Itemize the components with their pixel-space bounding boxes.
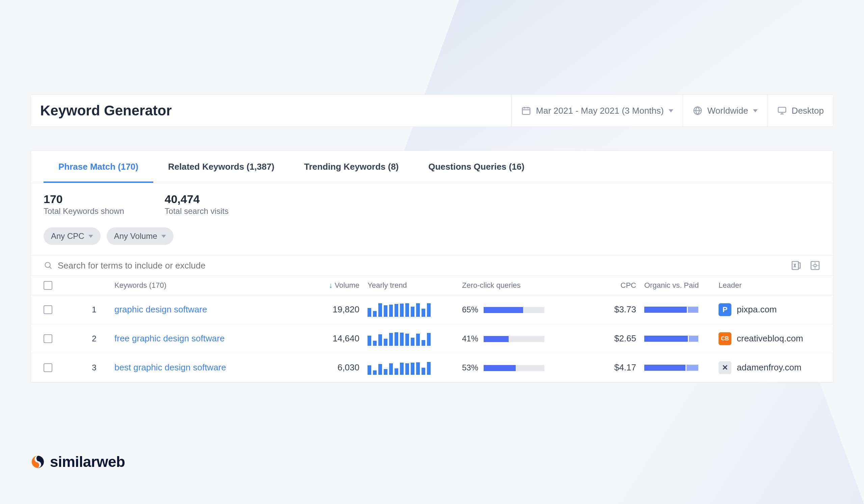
device-text: Desktop bbox=[792, 106, 824, 116]
total-keywords-value: 170 bbox=[44, 193, 124, 206]
date-range-text: Mar 2021 - May 2021 (3 Months) bbox=[536, 106, 664, 116]
row-checkbox[interactable] bbox=[44, 305, 52, 314]
volume-value: 19,820 bbox=[297, 304, 368, 315]
svg-point-3 bbox=[45, 262, 50, 268]
leader-cell[interactable]: CBcreativebloq.com bbox=[719, 332, 816, 345]
cpc-value: $2.65 bbox=[577, 333, 644, 344]
zeroclick-cell: 65% bbox=[462, 304, 577, 315]
sparkline bbox=[368, 303, 462, 317]
date-range-selector[interactable]: Mar 2021 - May 2021 (3 Months) bbox=[511, 95, 683, 126]
filters-row: Any CPC Any Volume bbox=[31, 228, 833, 255]
col-leader[interactable]: Leader bbox=[719, 281, 816, 290]
col-zeroclick[interactable]: Zero-click queries bbox=[462, 281, 577, 290]
caret-down-icon bbox=[753, 109, 758, 112]
volume-value: 6,030 bbox=[297, 362, 368, 373]
results-panel: Phrase Match (170)Related Keywords (1,38… bbox=[31, 150, 833, 383]
page-title: Keyword Generator bbox=[31, 102, 511, 119]
table-row: 2free graphic design software14,64041%$2… bbox=[31, 324, 833, 353]
search-icon bbox=[44, 261, 53, 270]
decorative-gradient bbox=[511, 369, 864, 504]
region-selector[interactable]: Worldwide bbox=[683, 95, 767, 126]
tab-0[interactable]: Phrase Match (170) bbox=[44, 151, 153, 183]
settings-icon[interactable] bbox=[810, 260, 820, 271]
caret-down-icon bbox=[88, 235, 93, 238]
region-text: Worldwide bbox=[707, 106, 748, 116]
similarweb-logo-icon bbox=[31, 454, 45, 469]
export-excel-icon[interactable] bbox=[791, 260, 802, 271]
svg-rect-2 bbox=[778, 107, 786, 112]
col-ovp[interactable]: Organic vs. Paid bbox=[644, 281, 719, 290]
leader-domain: pixpa.com bbox=[737, 304, 777, 315]
calendar-icon bbox=[521, 106, 531, 116]
leader-domain: creativebloq.com bbox=[737, 333, 803, 344]
col-keywords[interactable]: Keywords (170) bbox=[115, 281, 297, 290]
header-bar: Keyword Generator Mar 2021 - May 2021 (3… bbox=[31, 95, 833, 127]
volume-value: 14,640 bbox=[297, 333, 368, 344]
organic-paid-bar bbox=[644, 336, 719, 342]
desktop-icon bbox=[777, 106, 787, 116]
cpc-value: $4.17 bbox=[577, 362, 644, 373]
tab-2[interactable]: Trending Keywords (8) bbox=[289, 151, 413, 183]
row-index: 3 bbox=[74, 363, 115, 372]
organic-paid-bar bbox=[644, 365, 719, 371]
sparkline bbox=[368, 332, 462, 346]
table-row: 1graphic design software19,82065%$3.73Pp… bbox=[31, 295, 833, 324]
keyword-link[interactable]: best graphic design software bbox=[115, 362, 297, 373]
caret-down-icon bbox=[669, 109, 673, 112]
search-row bbox=[31, 255, 833, 275]
tabs: Phrase Match (170)Related Keywords (1,38… bbox=[31, 151, 833, 183]
leader-cell[interactable]: ✕adamenfroy.com bbox=[719, 361, 816, 374]
leader-domain: adamenfroy.com bbox=[737, 362, 802, 373]
row-index: 2 bbox=[74, 334, 115, 343]
leader-favicon: ✕ bbox=[719, 361, 731, 374]
leader-favicon: P bbox=[719, 303, 731, 316]
stats-row: 170 Total Keywords shown 40,474 Total se… bbox=[31, 183, 833, 228]
zeroclick-cell: 53% bbox=[462, 362, 577, 373]
sparkline bbox=[368, 361, 462, 375]
total-keywords-label: Total Keywords shown bbox=[44, 207, 124, 216]
brand-name: similarweb bbox=[50, 453, 125, 470]
sort-desc-icon: ↓ bbox=[329, 281, 333, 290]
total-visits-label: Total search visits bbox=[165, 207, 228, 216]
brand-footer: similarweb bbox=[31, 453, 125, 470]
leader-favicon: CB bbox=[719, 332, 731, 345]
filter-cpc[interactable]: Any CPC bbox=[44, 228, 100, 245]
col-trend[interactable]: Yearly trend bbox=[368, 281, 462, 290]
search-input[interactable] bbox=[58, 260, 783, 271]
row-checkbox[interactable] bbox=[44, 334, 52, 343]
svg-rect-0 bbox=[523, 108, 530, 114]
organic-paid-bar bbox=[644, 307, 719, 313]
col-cpc[interactable]: CPC bbox=[577, 281, 644, 290]
tab-1[interactable]: Related Keywords (1,387) bbox=[153, 151, 289, 183]
col-volume[interactable]: ↓Volume bbox=[297, 281, 368, 290]
leader-cell[interactable]: Ppixpa.com bbox=[719, 303, 816, 316]
zeroclick-cell: 41% bbox=[462, 333, 577, 344]
tab-3[interactable]: Questions Queries (16) bbox=[413, 151, 539, 183]
keyword-link[interactable]: free graphic design software bbox=[115, 333, 297, 344]
select-all-checkbox[interactable] bbox=[44, 281, 52, 290]
cpc-value: $3.73 bbox=[577, 304, 644, 315]
globe-icon bbox=[693, 106, 703, 116]
table-header: Keywords (170) ↓Volume Yearly trend Zero… bbox=[31, 275, 833, 295]
caret-down-icon bbox=[161, 235, 166, 238]
device-selector[interactable]: Desktop bbox=[767, 95, 833, 126]
row-checkbox[interactable] bbox=[44, 363, 52, 372]
row-index: 1 bbox=[74, 305, 115, 315]
keyword-link[interactable]: graphic design software bbox=[115, 304, 297, 315]
svg-point-6 bbox=[814, 264, 816, 267]
table-row: 3best graphic design software6,03053%$4.… bbox=[31, 353, 833, 382]
filter-volume[interactable]: Any Volume bbox=[107, 228, 173, 245]
total-visits-value: 40,474 bbox=[165, 193, 228, 206]
